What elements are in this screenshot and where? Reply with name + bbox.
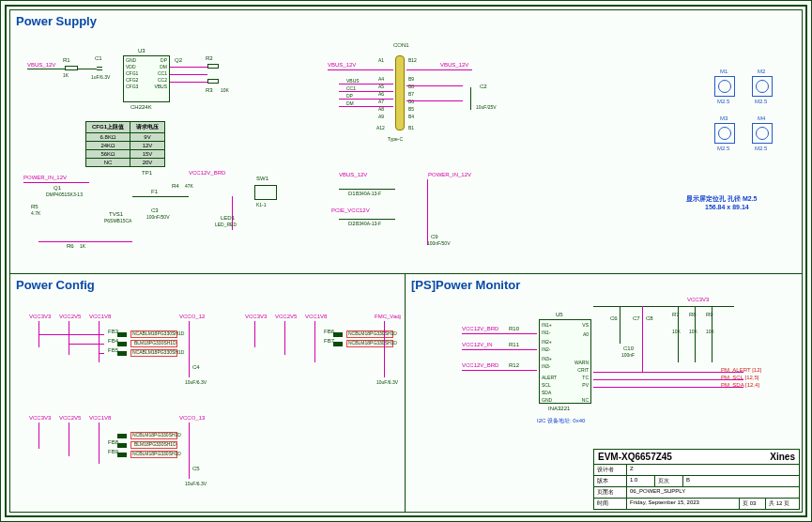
u3-ref: U3 — [138, 48, 146, 54]
r6-val: 1K — [80, 243, 85, 249]
r2-ref: R2 — [206, 55, 213, 61]
net-vcc1v8-b: VCC1V8 — [305, 314, 327, 319]
c9-ref: C9 — [431, 234, 438, 239]
tp1-ref: TP1 — [142, 170, 152, 176]
r4-val: 47K — [185, 183, 193, 189]
typec-label: Type-C — [388, 136, 403, 142]
net-vcc1v8-a: VCC1V8 — [89, 314, 111, 319]
net-fmcvadj: FMC_Vadj — [375, 314, 401, 319]
pin-dm: DM — [160, 64, 167, 69]
pin-gnd: GND — [126, 57, 136, 63]
power-supply-title: Power Supply — [10, 10, 803, 32]
mount-note-2: 156.84 x 89.14 — [705, 204, 749, 210]
pin-dp: DP — [161, 57, 167, 63]
i2c-address-note: I2C 设备地址: 0x40 — [537, 417, 585, 425]
net-vcc12v-in: VCC12V_IN — [462, 342, 493, 347]
tvs1-part: P6SMB15CA — [104, 218, 131, 223]
r3-val: 10K — [221, 87, 229, 93]
r6-ref: R6 — [67, 243, 74, 249]
sw1-ref: SW1 — [256, 176, 268, 181]
r1 — [65, 66, 78, 70]
net-vcc12v-brd-c: VCC12V_BRD — [462, 362, 498, 368]
r5-ref: R5 — [31, 204, 38, 209]
net-pm-sda: PM_SDA [12,4] — [721, 382, 759, 388]
r3-ref: R3 — [206, 87, 213, 93]
net-vcc3v3-pm: VCC3V3 — [687, 297, 709, 302]
d1-part: B340A-13-F — [356, 191, 381, 196]
board-title: EVM-XQ6657Z45 — [598, 452, 672, 462]
typec-connector — [395, 55, 405, 130]
r2 — [207, 64, 219, 69]
power-config-title: Power Config — [10, 274, 405, 296]
d1-ref: D1 — [348, 191, 356, 196]
mount-m1 — [714, 76, 735, 97]
c3-ref: C3 — [151, 207, 159, 213]
net-vcco12: VCCO_12 — [179, 314, 205, 319]
c1 — [97, 65, 102, 72]
section-power-config: Power Config VCC3V3 VCC2V5 VCC1V8 VCCO_1… — [10, 273, 405, 512]
r1-val: 1K — [63, 72, 69, 78]
mount-m4 — [752, 123, 773, 144]
con1-ref: CON1 — [393, 42, 409, 48]
u5-ina3221: VS A0 IN1+ IN1- IN2+ IN2- IN3+ IN3- ALER… — [539, 319, 591, 404]
tvs1-ref: TVS1 — [109, 211, 123, 217]
c3-val: 100nF/50V — [146, 214, 169, 220]
mount-m3 — [714, 123, 735, 144]
net-vcc12v-brd-a: VCC12V_BRD — [189, 170, 225, 176]
r3 — [207, 79, 219, 84]
net-vcc2v5-b: VCC2V5 — [275, 314, 297, 319]
pin-vdd: VDD — [126, 64, 136, 69]
net-vcc2v5-c: VCC2V5 — [59, 415, 81, 421]
vtable-h1: CFG1上阻值 — [86, 122, 130, 133]
net-vcc3v3-b: VCC3V3 — [245, 314, 267, 319]
company-name: Xines — [770, 452, 795, 462]
net-vbus-12v-in: VBUS_12V — [27, 62, 55, 68]
u3-part: CH224K — [130, 104, 152, 110]
net-vcc3v3-a: VCC3V3 — [29, 314, 51, 319]
net-vcc12v-brd-b: VCC12V_BRD — [462, 326, 498, 331]
net-power-in-12v: POWER_IN_12V — [23, 175, 67, 180]
net-vbus12v-l: VBUS_12V — [328, 62, 356, 68]
q1-ref: Q1 — [54, 185, 61, 191]
c2-val: 10uF/25V — [476, 104, 497, 110]
net-vcc2v5-a: VCC2V5 — [59, 314, 81, 319]
f1-ref: F1 — [151, 189, 158, 194]
c4-val: 10uF/6.3V — [185, 379, 207, 385]
pin-cc2: CC2 — [158, 77, 167, 83]
sw1 — [254, 185, 277, 200]
pin-cfg2: CFG2 — [126, 77, 138, 83]
mount-note-1: 显示屏定位孔 孔径 M2.5 — [686, 194, 757, 204]
u3-ch224k: GND VDD CFG1 CFG2 CFG3 DP DM CC1 CC2 VBU… — [123, 55, 170, 102]
net-vcco13: VCCO_13 — [179, 415, 205, 421]
c2-ref: C2 — [480, 84, 487, 89]
c1-val: 1uF/6.3V — [91, 74, 110, 80]
d2-part: B340A-13-F — [356, 221, 381, 226]
vtable-h2: 请求电压 — [130, 122, 165, 133]
q1-part: DMP4051SK3-13 — [46, 192, 83, 197]
cfg-voltage-table: CFG1上阻值请求电压 6.8KΩ9V 24KΩ12V 56KΩ15V NC20… — [85, 121, 165, 167]
pin-cfg1: CFG1 — [126, 70, 138, 76]
sw1-part: K1-1 — [256, 202, 267, 207]
r1-ref: R1 — [63, 57, 70, 63]
net-pcie-vcc12v: PCIE_VCC12V — [331, 207, 370, 213]
c1-ref: C1 — [95, 55, 102, 61]
d2-ref: D2 — [348, 221, 356, 226]
net-power-in-12v-r: POWER_IN_12V — [428, 172, 471, 177]
led1-ref: LED1 — [221, 215, 235, 221]
net-vcc1v8-c: VCC1V8 — [89, 415, 111, 421]
u5-part: INA3221 — [548, 406, 570, 411]
pin-cc1: CC1 — [158, 70, 167, 76]
pin-vbus: VBUS — [154, 84, 167, 89]
q2-ref: Q2 — [175, 57, 182, 63]
c4-ref: C4 — [192, 364, 200, 370]
net-vbus12v-bot: VBUS_12V — [339, 172, 367, 177]
section-power-supply: Power Supply VBUS_12V R1 1K C1 1uF/6.3V … — [10, 10, 803, 273]
led1-part: LED_RED — [215, 222, 237, 227]
r4-ref: R4 — [172, 183, 179, 189]
net-pm-alert: PM_ALERT [12] — [721, 367, 761, 373]
net-vbus12v-r: VBUS_12V — [440, 62, 468, 68]
u5-ref: U5 — [556, 312, 563, 317]
title-block: EVM-XQ6657Z45 Xines 设计者 Z 版本 1.0 页次 B 页面… — [593, 449, 800, 510]
c5-val: 10uF/6.3V — [185, 481, 207, 486]
net-vcc3v3-c: VCC3V3 — [29, 415, 51, 421]
